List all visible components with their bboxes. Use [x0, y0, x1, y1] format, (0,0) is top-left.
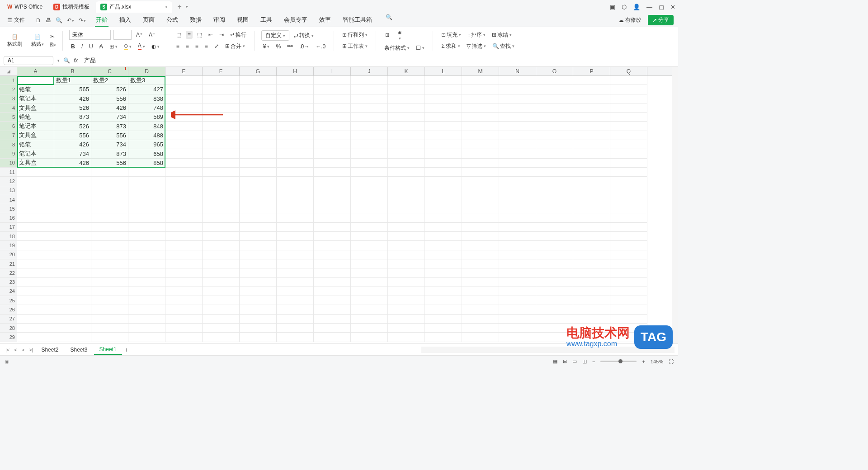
cell[interactable] [462, 149, 499, 158]
cell[interactable] [203, 76, 240, 85]
cell[interactable]: 488 [128, 131, 165, 140]
cell[interactable] [91, 268, 128, 277]
cell[interactable] [203, 213, 240, 222]
cell[interactable] [610, 94, 647, 103]
cell[interactable] [203, 315, 240, 324]
cell[interactable] [388, 76, 425, 85]
cell[interactable] [573, 76, 610, 85]
cell[interactable] [165, 232, 203, 241]
cell[interactable] [314, 305, 351, 314]
cell[interactable] [17, 204, 54, 213]
cell[interactable] [314, 195, 351, 204]
cell[interactable] [462, 324, 499, 333]
cell[interactable] [240, 140, 277, 149]
cell[interactable] [610, 259, 647, 268]
cell[interactable] [240, 168, 277, 177]
cell[interactable] [203, 287, 240, 296]
cell[interactable] [536, 159, 573, 168]
cell[interactable] [351, 140, 388, 149]
cell[interactable] [165, 76, 203, 85]
cell[interactable] [277, 324, 314, 333]
cell[interactable] [128, 223, 165, 232]
cell[interactable] [128, 213, 165, 222]
cell[interactable] [351, 85, 388, 94]
cell[interactable] [54, 315, 91, 324]
search-icon[interactable]: 🔍 [386, 14, 392, 27]
cell[interactable] [203, 186, 240, 195]
cell[interactable] [203, 195, 240, 204]
cell[interactable] [17, 168, 54, 177]
cell[interactable] [203, 296, 240, 305]
cell[interactable] [462, 250, 499, 259]
cell[interactable] [240, 113, 277, 122]
row-header[interactable]: 19 [0, 241, 17, 250]
cell[interactable] [54, 324, 91, 333]
cell[interactable] [17, 268, 54, 277]
cell[interactable] [314, 232, 351, 241]
name-box[interactable] [4, 56, 53, 65]
cell[interactable] [610, 103, 647, 113]
cell[interactable] [573, 315, 610, 324]
cell[interactable]: 526 [91, 85, 128, 94]
cell[interactable] [610, 278, 647, 287]
cell[interactable]: 文具盒 [17, 159, 54, 168]
cell[interactable] [536, 287, 573, 296]
column-header[interactable]: B [54, 67, 91, 75]
cell[interactable] [240, 278, 277, 287]
cell[interactable] [17, 177, 54, 186]
cell[interactable] [91, 186, 128, 195]
cell[interactable] [388, 213, 425, 222]
cell[interactable]: 文具盒 [17, 103, 54, 113]
cell[interactable] [425, 223, 462, 232]
cell[interactable] [314, 186, 351, 195]
cell[interactable] [240, 204, 277, 213]
column-header[interactable]: H [277, 67, 314, 75]
cell[interactable] [425, 76, 462, 85]
tab-insert[interactable]: 插入 [118, 14, 132, 27]
cell[interactable] [91, 232, 128, 241]
cell[interactable]: 笔记本 [17, 149, 54, 158]
cell[interactable] [314, 324, 351, 333]
tab-formula[interactable]: 公式 [165, 14, 179, 27]
align-bottom-button[interactable]: ⬚ [195, 31, 204, 39]
cell[interactable] [388, 140, 425, 149]
cell[interactable] [610, 159, 647, 168]
cell[interactable] [388, 122, 425, 131]
cell[interactable] [314, 94, 351, 103]
cell[interactable] [203, 232, 240, 241]
tab-list-dropdown[interactable]: ▾ [186, 5, 188, 9]
cell[interactable] [128, 241, 165, 250]
cell[interactable] [610, 76, 647, 85]
cell[interactable] [54, 268, 91, 277]
cell[interactable] [91, 213, 128, 222]
cell[interactable] [165, 287, 203, 296]
cell[interactable] [388, 195, 425, 204]
cell[interactable] [536, 103, 573, 113]
cell[interactable] [351, 195, 388, 204]
cell[interactable] [240, 94, 277, 103]
cell[interactable] [388, 85, 425, 94]
cell[interactable] [351, 159, 388, 168]
cell[interactable]: 526 [54, 103, 91, 113]
cell[interactable] [425, 103, 462, 113]
cell[interactable] [277, 232, 314, 241]
cell[interactable] [203, 278, 240, 287]
cell[interactable] [351, 204, 388, 213]
cell[interactable] [610, 168, 647, 177]
cell[interactable] [203, 333, 240, 342]
cell[interactable] [388, 305, 425, 314]
cell[interactable] [388, 278, 425, 287]
column-header[interactable]: D [128, 67, 165, 75]
cell[interactable] [314, 113, 351, 122]
cell[interactable] [277, 287, 314, 296]
cell[interactable] [203, 168, 240, 177]
cell[interactable] [91, 305, 128, 314]
cell[interactable] [91, 287, 128, 296]
currency-button[interactable]: ¥▾ [261, 42, 272, 51]
cell[interactable] [351, 296, 388, 305]
cell[interactable]: 数量1 [54, 76, 91, 85]
cell[interactable] [165, 259, 203, 268]
cell[interactable] [536, 94, 573, 103]
cell[interactable] [536, 131, 573, 140]
align-middle-button[interactable]: ≡ [186, 31, 193, 39]
